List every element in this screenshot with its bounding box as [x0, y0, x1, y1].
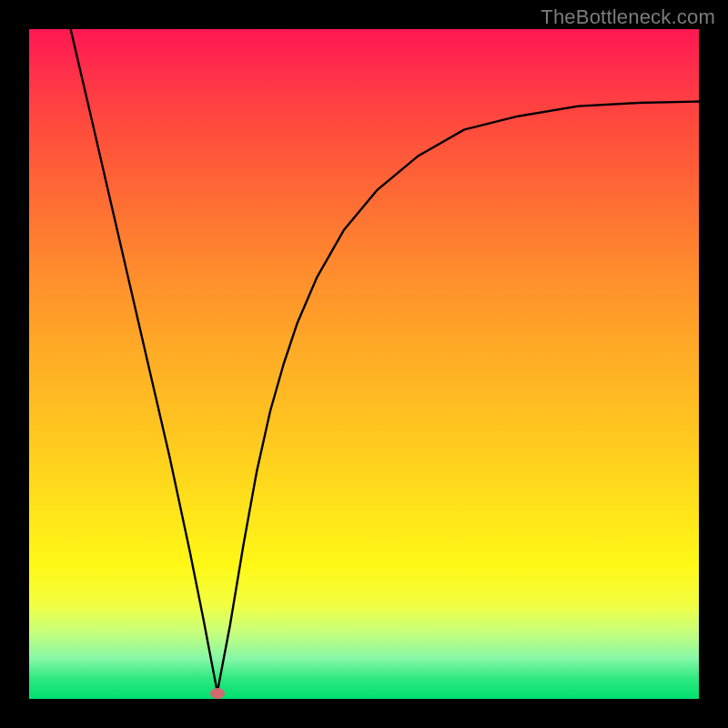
chart-frame: TheBottleneck.com: [0, 0, 728, 728]
minimum-marker: [210, 688, 225, 699]
plot-area: [29, 29, 699, 699]
curve-svg: [29, 29, 699, 699]
watermark-text: TheBottleneck.com: [541, 5, 715, 29]
bottleneck-curve: [71, 29, 699, 693]
